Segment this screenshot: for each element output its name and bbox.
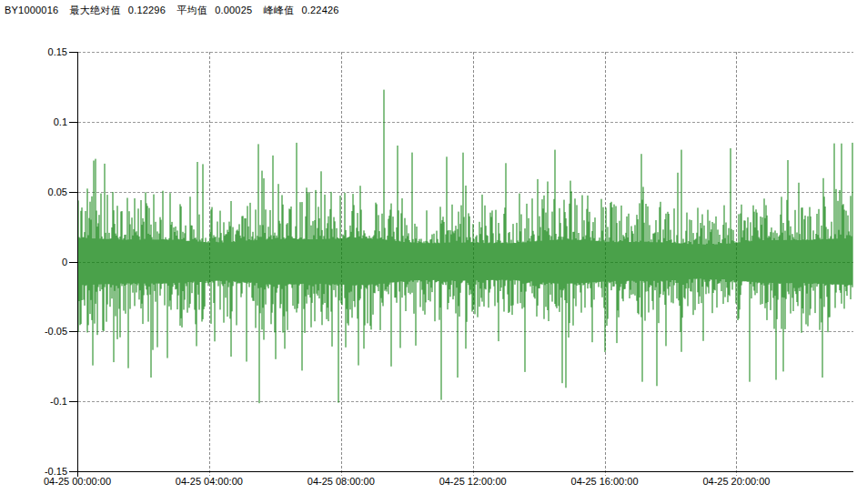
x-axis-tick-label: 04-25 08:00:00 bbox=[308, 476, 375, 488]
x-axis-tick-label: 04-25 12:00:00 bbox=[439, 476, 507, 488]
y-axis-tick-label: -0.05 bbox=[0, 326, 67, 337]
y-axis-tick-label: 0.05 bbox=[0, 186, 67, 197]
x-axis-tick-label: 04-25 00:00:00 bbox=[44, 476, 111, 488]
x-axis-tick-label: 04-25 20:00:00 bbox=[702, 476, 770, 488]
chart-plot bbox=[0, 0, 857, 504]
waveform-monitor-screen: BY1000016 最大绝对值 0.12296 平均值 0.00025 峰峰值 … bbox=[0, 0, 857, 504]
y-axis-tick-label: 0.1 bbox=[0, 116, 67, 127]
y-axis-tick-label: -0.1 bbox=[0, 396, 67, 407]
y-axis-tick-label: 0 bbox=[0, 257, 67, 267]
waveform-trace bbox=[78, 90, 852, 404]
y-axis-tick-label: 0.15 bbox=[0, 46, 67, 57]
x-axis-tick-label: 04-25 04:00:00 bbox=[176, 476, 243, 488]
x-axis-tick-label: 04-25 16:00:00 bbox=[571, 476, 639, 488]
